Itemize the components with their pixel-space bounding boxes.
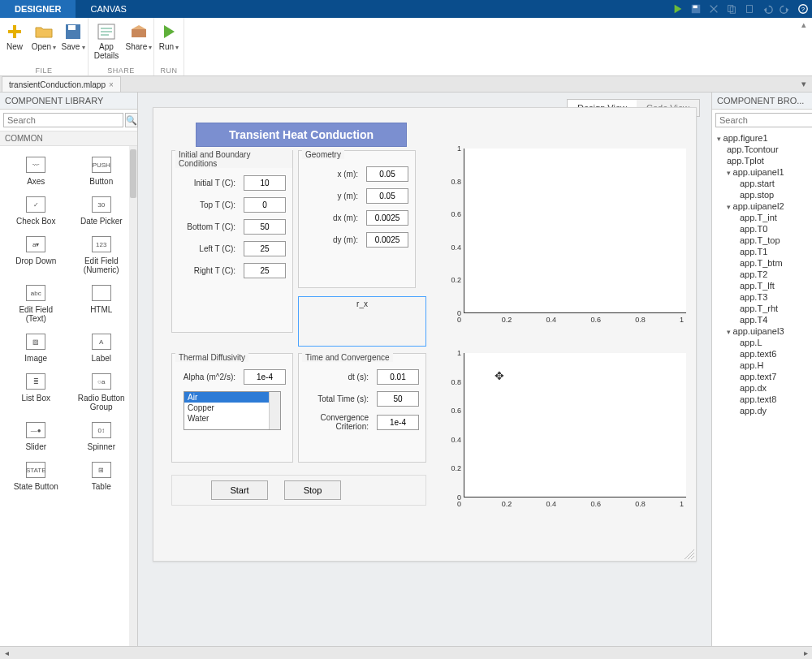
component-image[interactable]: ▨Image bbox=[3, 330, 69, 363]
tree-node[interactable]: app.dx bbox=[712, 382, 812, 394]
tree-node[interactable]: app.figure1 bbox=[712, 132, 812, 144]
field-input[interactable] bbox=[377, 391, 419, 407]
tree-node[interactable]: app.L bbox=[712, 337, 812, 348]
tree-node[interactable]: app.T_btm bbox=[712, 257, 812, 269]
tree-node[interactable]: app.Tcontour bbox=[712, 144, 812, 155]
list-item[interactable]: Water bbox=[184, 413, 280, 424]
alpha-input[interactable] bbox=[244, 369, 286, 385]
component-button[interactable]: PUSHButton bbox=[69, 153, 135, 186]
collapse-ribbon-icon[interactable]: ▴ bbox=[796, 18, 812, 75]
tree-node[interactable]: app.uipanel3 bbox=[712, 325, 812, 337]
tree-node[interactable]: app.T_lft bbox=[712, 280, 812, 291]
panel-time-convergence[interactable]: Time and Convergence dt (s):Total Time (… bbox=[298, 353, 426, 463]
component-radio-button-group[interactable]: ○aRadio Button Group bbox=[69, 369, 135, 411]
app-figure[interactable]: Transient Heat Conduction Initial and Bo… bbox=[153, 107, 697, 562]
undo-icon[interactable] bbox=[758, 0, 776, 18]
search-input[interactable] bbox=[715, 113, 812, 127]
tree-node[interactable]: app.T1 bbox=[712, 246, 812, 257]
cut-icon[interactable] bbox=[705, 0, 723, 18]
new-button[interactable]: New bbox=[0, 18, 29, 67]
tree-node[interactable]: app.T_top bbox=[712, 235, 812, 246]
scroll-left-icon[interactable]: ◂ bbox=[0, 648, 13, 657]
list-item[interactable]: Copper bbox=[184, 403, 280, 413]
scroll-right-icon[interactable]: ▸ bbox=[799, 648, 812, 657]
axes-bottom[interactable]: 00.20.40.60.8100.20.40.60.81 bbox=[446, 351, 689, 514]
run-button[interactable]: Run bbox=[154, 18, 184, 67]
close-icon[interactable]: × bbox=[109, 80, 114, 89]
list-item[interactable]: Air bbox=[184, 392, 280, 403]
redo-icon[interactable] bbox=[776, 0, 794, 18]
material-listbox[interactable]: AirCopperWater bbox=[184, 391, 281, 430]
component-edit-field-text-[interactable]: abcEdit Field (Text) bbox=[3, 281, 69, 323]
copy-icon[interactable] bbox=[723, 0, 741, 18]
tree-node[interactable]: app.H bbox=[712, 360, 812, 371]
field-input[interactable] bbox=[244, 219, 286, 235]
field-input[interactable] bbox=[244, 175, 286, 191]
run-icon[interactable] bbox=[669, 0, 687, 18]
tree-node[interactable]: app.start bbox=[712, 178, 812, 189]
field-input[interactable] bbox=[244, 197, 286, 213]
paste-icon[interactable] bbox=[741, 0, 758, 18]
resize-grip-icon[interactable] bbox=[685, 549, 694, 559]
panel-controls[interactable]: Start Stop bbox=[171, 475, 426, 506]
component-list-box[interactable]: ≣List Box bbox=[3, 369, 69, 411]
tree-node[interactable]: app.T4 bbox=[712, 314, 812, 325]
file-tab[interactable]: transientConduction.mlapp × bbox=[2, 76, 121, 92]
selected-component-outline[interactable]: r_x bbox=[298, 296, 426, 347]
component-state-button[interactable]: STATEState Button bbox=[3, 458, 69, 491]
tree-node[interactable]: app.dy bbox=[712, 405, 812, 416]
component-table[interactable]: ⊞Table bbox=[69, 458, 135, 491]
tree-node[interactable]: app.Tplot bbox=[712, 155, 812, 166]
component-edit-field-numeric-[interactable]: 123Edit Field (Numeric) bbox=[69, 232, 135, 274]
field-input[interactable] bbox=[377, 369, 419, 385]
save-button[interactable]: Save bbox=[58, 18, 88, 67]
design-canvas[interactable]: Design View Code View Transient Heat Con… bbox=[138, 93, 711, 646]
component-label[interactable]: ALabel bbox=[69, 330, 135, 363]
component-slider[interactable]: —●Slider bbox=[3, 418, 69, 451]
app-details-button[interactable]: App Details bbox=[89, 18, 124, 67]
scrollbar[interactable] bbox=[269, 392, 280, 429]
save-icon[interactable] bbox=[687, 0, 705, 18]
tree-node[interactable]: app.T0 bbox=[712, 223, 812, 235]
field-input[interactable] bbox=[244, 263, 286, 278]
search-icon[interactable]: 🔍 bbox=[125, 113, 138, 127]
component-check-box[interactable]: ✓Check Box bbox=[3, 192, 69, 226]
tree-node[interactable]: app.T_int bbox=[712, 212, 812, 223]
field-input[interactable] bbox=[244, 241, 286, 256]
open-button[interactable]: Open bbox=[29, 18, 58, 67]
tab-overflow-icon[interactable]: ▾ bbox=[796, 76, 812, 92]
help-icon[interactable]: ? bbox=[794, 0, 812, 18]
tree-node[interactable]: app.T3 bbox=[712, 291, 812, 303]
tree-node[interactable]: app.text6 bbox=[712, 348, 812, 360]
tree-node[interactable]: app.stop bbox=[712, 189, 812, 200]
component-axes[interactable]: 〰Axes bbox=[3, 153, 69, 186]
tree-node[interactable]: app.T2 bbox=[712, 269, 812, 280]
tab-canvas[interactable]: CANVAS bbox=[76, 0, 140, 18]
search-input[interactable] bbox=[3, 113, 123, 127]
share-button[interactable]: Share bbox=[124, 18, 153, 67]
app-title-label[interactable]: Transient Heat Conduction bbox=[196, 123, 407, 147]
axes-top[interactable]: 00.20.40.60.8100.20.40.60.81 bbox=[446, 147, 689, 330]
tree-node[interactable]: app.uipanel2 bbox=[712, 200, 812, 212]
component-tree[interactable]: app.figure1app.Tcontourapp.Tplotapp.uipa… bbox=[712, 131, 812, 646]
tree-node[interactable]: app.text7 bbox=[712, 371, 812, 382]
component-drop-down[interactable]: a▾Drop Down bbox=[3, 232, 69, 274]
start-button[interactable]: Start bbox=[211, 480, 268, 500]
component-date-picker[interactable]: 30Date Picker bbox=[69, 192, 135, 226]
panel-boundary-conditions[interactable]: Initial and Boundary Conditions Initial … bbox=[171, 150, 293, 333]
component-html[interactable]: HTML bbox=[69, 281, 135, 323]
panel-thermal-diffusivity[interactable]: Thermal Diffusivity Alpha (m^2/s): AirCo… bbox=[171, 353, 293, 463]
tree-node[interactable]: app.T_rht bbox=[712, 303, 812, 314]
scrollbar[interactable] bbox=[129, 146, 137, 646]
field-input[interactable] bbox=[366, 188, 408, 204]
tab-designer[interactable]: DESIGNER bbox=[0, 0, 76, 18]
field-input[interactable] bbox=[377, 415, 419, 430]
field-input[interactable] bbox=[366, 210, 408, 226]
tree-node[interactable]: app.text8 bbox=[712, 394, 812, 405]
field-input[interactable] bbox=[366, 166, 408, 182]
tree-node[interactable]: app.uipanel1 bbox=[712, 166, 812, 178]
component-spinner[interactable]: 0↕Spinner bbox=[69, 418, 135, 451]
panel-geometry[interactable]: Geometry x (m):y (m):dx (m):dy (m): bbox=[298, 150, 416, 288]
field-input[interactable] bbox=[366, 232, 408, 248]
stop-button[interactable]: Stop bbox=[284, 480, 341, 500]
